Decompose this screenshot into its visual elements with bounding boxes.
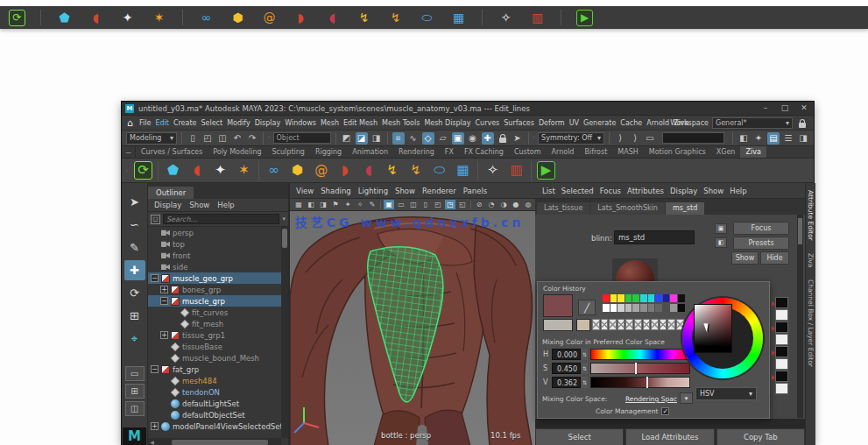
viewport-menu-panels[interactable]: Panels [463,187,487,195]
symmetry-selector[interactable]: Symmetry: Off▾ [538,132,604,145]
palette-swatch[interactable] [625,304,632,312]
menu-mesh-tools[interactable]: Mesh Tools [382,119,420,127]
outliner-item-mesh484[interactable]: mesh484 [148,375,281,386]
expand-icon[interactable]: + [151,422,159,430]
outliner-item-fit_curves[interactable]: fit_curves [148,307,281,318]
new-scene-icon[interactable]: ▯ [187,132,199,145]
ziva-muscle-red-icon[interactable]: ◗ [293,10,309,26]
ziva-muscle-icon[interactable]: ◖ [187,161,206,180]
menu-surfaces[interactable]: Surfaces [504,119,534,127]
palette-swatch[interactable] [670,294,677,302]
isolate-select-icon[interactable]: ⊘ [474,200,484,209]
ramp-swatch[interactable] [775,383,788,394]
spinner-icon[interactable]: ⇅ [582,363,588,374]
sidebar-tab-channel-box-layer-editor[interactable]: Channel Box / Layer Editor [807,279,815,367]
slider-gradient[interactable] [590,377,690,388]
shelf-tab-fx[interactable]: FX [440,146,459,158]
grease-pencil-icon[interactable]: ✎ [367,200,378,209]
current-color-swatch[interactable] [543,294,573,317]
outliner-item-tissue_grp1[interactable]: +tissue_grp1 [148,329,281,341]
workspace-dropdown[interactable]: General* ▾ [712,117,793,129]
ziva-line-of-action2-icon[interactable]: ↯ [387,10,404,26]
palette-swatch[interactable] [678,304,685,312]
ramp-swatch[interactable] [775,309,788,321]
palette-swatch[interactable] [670,304,677,312]
ipr-render-icon[interactable]: ▭ [644,132,656,145]
expand-icon[interactable]: + [160,331,168,339]
palette-swatch[interactable] [610,304,617,312]
ziva-line-of-action-icon[interactable]: ↯ [383,161,401,180]
outliner-item-side[interactable]: side [148,261,281,272]
ziva-tissue-icon[interactable]: ⬟ [56,10,73,26]
palette-swatch[interactable] [640,294,647,302]
eyedropper-button[interactable]: ╱ [578,300,596,315]
chevron-down-icon[interactable]: ▾ [680,392,693,404]
snap-grid-icon[interactable]: ⌗ [392,132,405,145]
presets-button[interactable]: Presets [733,237,789,250]
shelf-tab-poly-modeling[interactable]: Poly Modeling [208,146,266,158]
sidebar-tab-ziva[interactable]: Ziva [807,253,815,267]
ziva-material-icon[interactable]: ⬢ [229,10,246,26]
show-button[interactable]: Show [731,251,759,265]
select-component-icon[interactable]: ◨ [370,132,383,145]
empty-history-swatch[interactable] [667,319,675,330]
collapse-icon[interactable]: − [151,365,159,373]
shelf-options-icon[interactable]: ◦ [125,167,129,174]
palette-swatch[interactable] [663,304,670,312]
layout-four-pane-icon[interactable]: ⊞ [125,384,145,399]
palette-swatch[interactable] [648,304,655,312]
channel-box-icon[interactable]: ◨ [797,132,809,145]
textured-mode-icon[interactable]: ◫ [408,200,419,209]
copy-tab-button[interactable]: Copy Tab [716,428,805,445]
palette-swatch[interactable] [632,294,639,302]
spinner-icon[interactable]: ⇅ [582,377,588,388]
mixing-space-value[interactable]: Rendering Spac [625,395,677,403]
sidebar-tab-attribute-editor[interactable]: Attribute Editor [807,190,815,241]
ziva-cloth-icon[interactable]: ✶ [151,10,167,26]
shelf-tab-motion-graphics[interactable]: Motion Graphics [644,146,711,158]
ziva-cloth-icon[interactable]: ✶ [235,161,253,180]
menu-generate[interactable]: Generate [583,119,616,127]
ae-tab-ms_std[interactable]: ms_std [666,202,704,215]
ramp-swatch[interactable] [775,358,788,370]
ae-menu-list[interactable]: List [542,187,555,195]
scrollbar-thumb[interactable] [172,440,268,445]
slider-gradient[interactable] [590,363,690,374]
menu-mesh[interactable]: Mesh [321,119,339,127]
ae-menu-display[interactable]: Display [670,187,697,195]
shaded-mode-icon[interactable]: ▭ [396,200,406,209]
lasso-select-tool-icon[interactable]: ∽ [124,215,145,235]
ziva-attachment-icon[interactable]: ∞ [198,10,215,26]
color-management-checkbox[interactable]: ✓ [661,407,669,415]
menu-edit[interactable]: Edit [155,119,169,127]
outliner-item-defaultObjectSet[interactable]: defaultObjectSet [148,409,281,420]
outliner-item-tissueBase[interactable]: tissueBase [148,341,281,352]
menu-cache[interactable]: Cache [620,119,642,127]
palette-swatch[interactable] [663,294,670,302]
menu-modify[interactable]: Modify [227,119,251,127]
ziva-solver-icon[interactable]: ⟳ [134,161,152,180]
ramp-swatch[interactable] [775,297,788,308]
modeling-toolkit-icon[interactable]: ◧ [737,132,750,145]
viewport-3d-canvas[interactable]: bottle : persp 10.1 fps [290,211,535,445]
empty-history-swatch[interactable] [651,319,659,330]
image-plane-icon[interactable]: ✦ [342,200,353,209]
empty-history-swatch[interactable] [609,319,617,330]
snap-point-icon[interactable]: ◇ [422,132,434,145]
outliner-item-muscle_grp[interactable]: −muscle_grp [148,295,281,307]
ziva-anatomy-transfer-icon[interactable]: ✧ [483,161,502,180]
resolution-gate-icon[interactable]: ◑ [498,200,509,209]
outliner-item-fit_mesh[interactable]: fit_mesh [148,318,281,329]
ziva-rest-shape-icon[interactable]: ▦ [450,10,467,26]
menu-arnold[interactable]: Arnold [646,119,669,127]
scale-tool-icon[interactable]: ⊞ [124,306,145,326]
ziva-line-of-action2-icon[interactable]: ↯ [406,161,425,180]
collapse-icon[interactable]: − [160,297,168,305]
palette-swatch[interactable] [632,304,639,312]
palette-swatch[interactable] [617,304,625,312]
shelf-tab-arnold[interactable]: Arnold [547,146,580,158]
secondary-color-swatch[interactable] [543,319,573,331]
slider-marker[interactable] [635,363,637,374]
layout-two-pane-icon[interactable]: ◫ [125,401,145,416]
ziva-capsule-icon[interactable]: ⬭ [419,10,435,26]
